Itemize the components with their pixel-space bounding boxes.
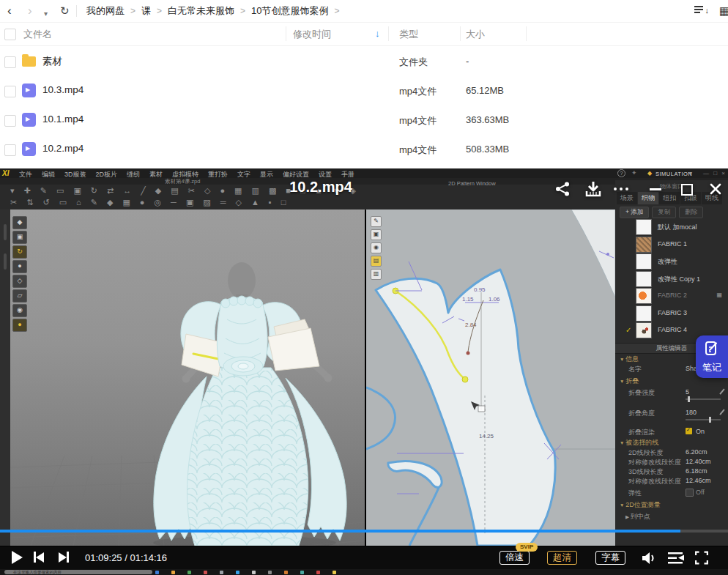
md-tool-icon: ⇄ xyxy=(107,186,114,196)
md-tool-icon: □ xyxy=(281,198,286,207)
md-section-selected-line: 被选择的线 xyxy=(620,438,658,448)
file-row[interactable]: 10.3.mp4 mp4文件 65.12MB xyxy=(0,76,728,105)
sort-arrow-icon[interactable]: ↓ xyxy=(375,28,380,39)
row-checkbox[interactable] xyxy=(4,56,16,68)
file-type: 文件夹 xyxy=(399,56,428,69)
md-tool-icon: ✂ xyxy=(188,186,195,196)
md-tool-icon: ✎ xyxy=(91,198,97,207)
fabric-swatch xyxy=(636,253,652,270)
forward-button[interactable]: › xyxy=(28,2,32,20)
taskbar-app-icon xyxy=(284,571,288,574)
md-fabric-list-buttons: + 添加复制删除 xyxy=(620,207,703,218)
more-options-icon[interactable] xyxy=(614,188,628,190)
breadcrumb-item[interactable]: 我的网盘> xyxy=(86,4,141,18)
close-button[interactable] xyxy=(709,182,722,196)
fabric-label: 改弹性 xyxy=(658,257,677,267)
md-fold-angle-label: 折叠角度 xyxy=(628,409,655,418)
taskbar-app-icons xyxy=(155,571,336,574)
md-tool-icon: ▪ xyxy=(269,198,272,207)
line-row-value: 6.20cm xyxy=(686,448,707,456)
breadcrumb-item[interactable]: 10节创意服饰案例> xyxy=(251,4,345,18)
next-button[interactable] xyxy=(59,552,69,563)
md-fold-angle-value: 180 xyxy=(686,409,697,416)
measurement-284: 2.84 xyxy=(465,322,477,328)
refresh-icon[interactable]: ↻ xyxy=(60,2,70,20)
maximize-button[interactable] xyxy=(681,184,693,196)
checkbox-on-icon xyxy=(686,428,692,434)
md-tool-icon: ↻ xyxy=(91,186,97,196)
taskbar-app-icon xyxy=(204,571,207,574)
measurement-1425: 14.25 xyxy=(479,433,494,439)
history-dropdown-icon[interactable]: ▾ xyxy=(44,5,48,23)
row-checkbox[interactable] xyxy=(4,115,16,127)
file-row[interactable]: 10.1.mp4 mp4文件 363.63MB xyxy=(0,105,728,135)
minimize-button[interactable] xyxy=(650,188,661,190)
pin-icon xyxy=(719,388,726,395)
line-row-label: 对称修改线段长度 xyxy=(628,477,681,486)
fabric-swatch xyxy=(636,305,652,322)
checkbox-off-icon xyxy=(686,489,694,497)
md-help-icon: ? xyxy=(617,169,625,177)
download-icon[interactable] xyxy=(584,180,602,198)
subtitle-button[interactable]: 字幕 xyxy=(595,551,625,565)
md-section-info: 信息 xyxy=(620,355,639,364)
video-player: XI 文件编辑3D服装2D板片缝纫素材虚拟模特重打扮文字显示偏好设置设置手册 ?… xyxy=(0,168,728,575)
column-type[interactable]: 类型 xyxy=(399,28,418,41)
fabric-extra-icon: ▦ xyxy=(716,292,722,298)
previous-button[interactable] xyxy=(34,552,44,563)
seek-bar[interactable] xyxy=(0,530,728,533)
speed-button[interactable]: 倍速 xyxy=(499,551,530,565)
toolbar-divider xyxy=(76,5,77,17)
file-name: 10.1.mp4 xyxy=(42,114,83,125)
row-checkbox[interactable] xyxy=(4,86,16,97)
md-elastic-label: 弹性 xyxy=(628,489,642,498)
line-row-label: 3D线段长度 xyxy=(628,467,664,477)
select-all-checkbox[interactable] xyxy=(4,29,16,40)
md-tool-icon: ╱ xyxy=(141,186,146,196)
fabric-label: FABRIC 2 xyxy=(658,292,687,299)
quality-button[interactable]: 超清 xyxy=(547,551,577,565)
fullscreen-icon[interactable] xyxy=(693,550,710,565)
md-simulation-icon: ◆ xyxy=(647,170,652,177)
play-button[interactable] xyxy=(12,551,23,564)
md-measure-midpoint: 到中点 xyxy=(625,512,650,522)
2d-pattern-graphic: 0.95 1.15 1.06 2.84 14.25 xyxy=(366,209,615,546)
md-fabric-row: FABRIC 2 ▦ xyxy=(615,287,728,305)
md-tool-icon: ⌂ xyxy=(76,198,81,207)
breadcrumb-item[interactable]: 白无常未来服饰> xyxy=(168,4,251,18)
notes-button[interactable]: 笔记 xyxy=(696,335,728,378)
volume-icon[interactable] xyxy=(640,550,658,566)
taskbar-app-icon xyxy=(268,571,272,574)
fabric-swatch xyxy=(636,271,652,287)
taskbar-search-box: 在这里输入你要搜索的内容 xyxy=(4,570,152,574)
time-display: 01:09:25 / 01:14:16 xyxy=(85,552,167,563)
file-row[interactable]: 10.2.mp4 mp4文件 508.33MB xyxy=(0,135,728,164)
seek-bar-fill xyxy=(0,530,680,533)
grid-view-icon[interactable]: ▦ xyxy=(719,4,728,18)
line-row-label: 2D线段长度 xyxy=(628,448,664,458)
md-elastic-value: Off xyxy=(696,489,705,496)
back-button[interactable]: ‹ xyxy=(7,2,12,20)
md-fold-strength-label: 折叠强度 xyxy=(628,388,655,398)
measurement-106: 1.06 xyxy=(489,296,500,303)
fabric-label: 改弹性 Copy 1 xyxy=(658,275,700,284)
md-object-tabs: 场景织物纽扣扣眼明线 xyxy=(617,192,722,204)
md-2d-tool-button: ▤ xyxy=(371,256,382,267)
column-name[interactable]: 文件名 xyxy=(23,28,52,41)
md-tool-icon: ▲ xyxy=(251,198,259,207)
md-line-rows: 2D线段长度 6.20cm 对称修改线段长度 12.40cm 3D线段长度 6.… xyxy=(615,448,728,486)
md-3d-tool-button: ◆ xyxy=(12,216,27,229)
recorded-windows-taskbar: 在这里输入你要搜索的内容 xyxy=(0,569,728,575)
md-line-row: 3D线段长度 6.18cm xyxy=(615,467,728,477)
column-size[interactable]: 大小 xyxy=(466,28,485,41)
file-row[interactable]: 素材 文件夹 - xyxy=(0,47,728,76)
share-icon[interactable] xyxy=(554,181,571,197)
playlist-icon[interactable] xyxy=(666,550,686,565)
row-checkbox[interactable] xyxy=(4,144,16,156)
md-fabric-row: FABRIC 1 xyxy=(615,236,728,253)
file-list: 素材 文件夹 - 10.3.mp4 mp4文件 65.12MB 10.1.mp4… xyxy=(0,47,728,164)
sort-menu-icon[interactable]: ↓ xyxy=(694,6,710,16)
breadcrumb-item[interactable]: 课> xyxy=(141,4,168,18)
column-modified[interactable]: 修改时间 xyxy=(293,28,331,41)
md-tool-icon: ◇ xyxy=(235,198,241,207)
